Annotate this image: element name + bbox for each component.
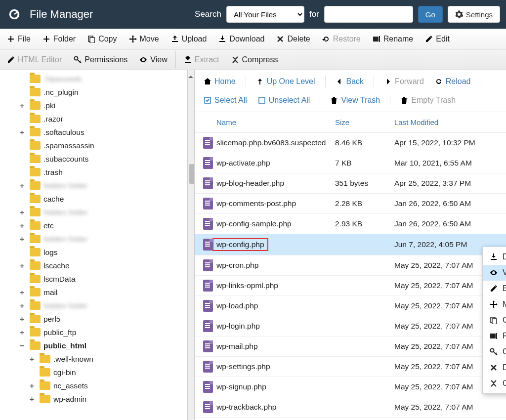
go-button[interactable]: Go <box>418 6 443 23</box>
tree-item[interactable]: + .softaculous <box>0 126 187 139</box>
cm-download[interactable]: Download <box>483 249 506 265</box>
file-row[interactable]: xmlrpc.php 3.16 KB Jun 9, 2020, 10:55 AM <box>195 418 506 420</box>
tree-item[interactable]: + lscache <box>0 259 187 272</box>
tb-copy[interactable]: Copy <box>82 29 123 49</box>
tree-item[interactable]: + public_ftp <box>0 326 187 339</box>
tree-item[interactable]: .razor <box>0 112 187 126</box>
file-row[interactable]: wp-login.php May 25, 2022, 7:07 AM <box>195 316 506 336</box>
folder-tree[interactable]: .htpasswds .nc_plugin + .pki .razor + .s… <box>0 70 188 420</box>
nav-up-one-level[interactable]: Up One Level <box>252 75 319 88</box>
tree-item[interactable]: .spamassassin <box>0 139 187 152</box>
expand-icon[interactable]: + <box>20 208 27 217</box>
file-row[interactable]: wp-config-sample.php 2.93 KB Jan 26, 202… <box>195 214 506 234</box>
search-input[interactable] <box>324 6 413 23</box>
expand-icon[interactable]: + <box>20 315 27 324</box>
cm-compress[interactable]: Compress <box>483 376 506 391</box>
folder-icon <box>30 301 41 310</box>
file-row[interactable]: wp-links-opml.php May 25, 2022, 7:07 AM <box>195 276 506 296</box>
nav-select-all[interactable]: Select All <box>200 94 251 107</box>
expand-icon[interactable]: + <box>30 395 37 404</box>
rename-icon <box>373 35 380 43</box>
tb2-permissions[interactable]: Permissions <box>68 49 133 70</box>
tree-item[interactable]: .trash <box>0 166 187 179</box>
expand-icon[interactable]: + <box>30 355 37 364</box>
expand-icon[interactable]: + <box>20 128 27 137</box>
tb-rename[interactable]: Rename <box>367 29 419 49</box>
tb-folder[interactable]: Folder <box>37 29 82 49</box>
tree-item[interactable]: lscmData <box>0 272 187 286</box>
tb-download[interactable]: Download <box>212 29 270 49</box>
file-row[interactable]: wp-config.php Jun 7, 2022, 4:05 PM <box>195 234 506 255</box>
cm-move[interactable]: Move <box>483 296 506 312</box>
expand-icon[interactable]: + <box>20 288 27 297</box>
cm-rename[interactable]: Rename <box>483 328 506 344</box>
tree-label: .nc_plugin <box>43 88 79 97</box>
file-row[interactable]: slicemap.php.bv6083.suspected 8.46 KB Ap… <box>195 133 506 153</box>
expand-icon[interactable]: + <box>20 261 27 270</box>
file-row[interactable]: wp-signup.php May 25, 2022, 7:07 AM <box>195 377 506 397</box>
file-row[interactable]: wp-trackback.php May 25, 2022, 7:07 AM <box>195 397 506 418</box>
nav-reload[interactable]: Reload <box>431 75 475 88</box>
tree-item[interactable]: + hidden folder <box>0 299 187 312</box>
cm-change-permissions[interactable]: Change Permissions <box>483 344 506 360</box>
cm-copy[interactable]: Copy <box>483 312 506 328</box>
nav-back[interactable]: Back <box>332 75 368 88</box>
settings-button[interactable]: Settings <box>448 6 500 23</box>
col-size[interactable]: Size <box>335 118 394 126</box>
expand-icon[interactable]: + <box>20 328 27 337</box>
search-scope-select[interactable]: All Your Files <box>226 6 304 23</box>
nav-unselect-all[interactable]: Unselect All <box>254 94 314 107</box>
file-row[interactable]: wp-settings.php May 25, 2022, 7:07 AM <box>195 357 506 377</box>
col-modified[interactable]: Last Modified <box>394 118 501 126</box>
resizer[interactable] <box>188 70 195 420</box>
separator <box>481 76 481 87</box>
tb-delete[interactable]: Delete <box>270 29 316 49</box>
tree-item[interactable]: .subaccounts <box>0 152 187 166</box>
tb-upload[interactable]: Upload <box>165 29 213 49</box>
tree-item[interactable]: − public_html <box>0 339 187 352</box>
col-name[interactable]: Name <box>216 118 335 126</box>
expand-icon[interactable]: + <box>20 181 27 190</box>
expand-icon[interactable]: + <box>20 301 27 310</box>
tree-item[interactable]: logs <box>0 246 187 259</box>
tree-item[interactable]: + nc_assets <box>0 379 187 392</box>
expand-icon[interactable]: + <box>30 381 37 390</box>
tb2-view[interactable]: View <box>133 49 173 70</box>
expand-icon[interactable]: − <box>20 341 27 350</box>
tb-move[interactable]: Move <box>123 29 165 49</box>
tree-item[interactable]: + mail <box>0 286 187 299</box>
tree-label: public_html <box>43 341 86 350</box>
tb2-compress[interactable]: Compress <box>225 49 284 70</box>
expand-icon[interactable]: + <box>20 235 27 244</box>
file-row[interactable]: wp-mail.php May 25, 2022, 7:07 AM <box>195 336 506 357</box>
tb-file[interactable]: File <box>1 29 37 49</box>
cm-delete[interactable]: Delete <box>483 360 506 376</box>
tree-item[interactable]: cache <box>0 192 187 206</box>
up-icon <box>256 78 264 85</box>
tree-item[interactable]: + etc <box>0 219 187 232</box>
cm-edit[interactable]: Edit <box>483 281 506 296</box>
nav-home[interactable]: Home <box>200 75 240 88</box>
tree-item[interactable]: + .well-known <box>0 352 187 366</box>
file-row[interactable]: wp-comments-post.php 2.28 KB Jan 26, 202… <box>195 194 506 214</box>
tree-item[interactable]: cgi-bin <box>0 366 187 379</box>
tree-item[interactable]: + hidden folder <box>0 206 187 219</box>
tree-item[interactable]: .htpasswds <box>0 72 187 85</box>
tree-item[interactable]: + .pki <box>0 99 187 112</box>
file-row[interactable]: wp-load.php May 25, 2022, 7:07 AM <box>195 296 506 316</box>
expand-icon[interactable]: + <box>20 221 27 230</box>
tb-edit[interactable]: Edit <box>419 29 456 49</box>
file-row[interactable]: wp-activate.php 7 KB Mar 10, 2021, 6:55 … <box>195 153 506 173</box>
nav-view-trash[interactable]: View Trash <box>326 94 384 107</box>
tree-item[interactable]: + wp-admin <box>0 392 187 406</box>
tree-item[interactable]: + hidden folder <box>0 232 187 246</box>
cm-view[interactable]: View <box>483 265 506 281</box>
expand-icon[interactable]: + <box>20 101 27 110</box>
file-row[interactable]: wp-cron.php May 25, 2022, 7:07 AM <box>195 255 506 276</box>
tree-label: lscmData <box>43 275 76 284</box>
file-row[interactable]: wp-blog-header.php 351 bytes Apr 25, 202… <box>195 173 506 194</box>
tree-item[interactable]: .nc_plugin <box>0 85 187 99</box>
tree-item[interactable]: + perl5 <box>0 312 187 326</box>
tree-item[interactable]: + hidden folder <box>0 179 187 192</box>
file-list[interactable]: slicemap.php.bv6083.suspected 8.46 KB Ap… <box>195 133 506 420</box>
